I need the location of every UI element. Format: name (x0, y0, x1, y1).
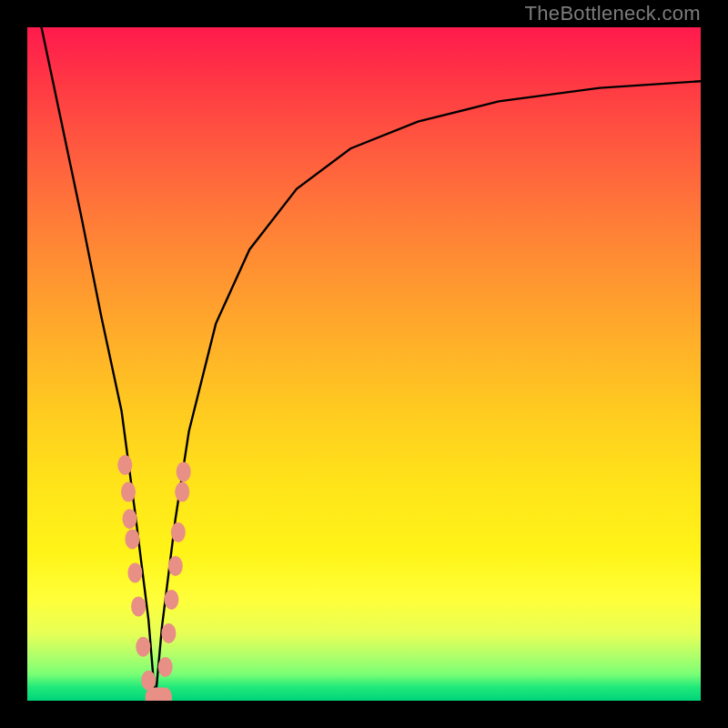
sample-point (164, 590, 178, 610)
sample-point (175, 482, 189, 502)
sample-point (136, 637, 150, 657)
chart-frame: TheBottleneck.com (0, 0, 728, 728)
sample-point (131, 596, 146, 616)
sample-point (177, 461, 191, 481)
sample-point (161, 623, 176, 643)
sample-point (125, 529, 139, 549)
sample-point (171, 522, 186, 542)
sample-points (117, 455, 190, 701)
bottleneck-curve (27, 27, 701, 701)
sample-point (117, 455, 132, 475)
sample-point (168, 556, 183, 576)
sample-point (127, 562, 142, 582)
sample-point (158, 657, 173, 677)
watermark-text: TheBottleneck.com (525, 2, 701, 25)
sample-point (123, 509, 137, 529)
plot-area (27, 27, 701, 701)
sample-point (121, 482, 136, 502)
curve-layer (27, 27, 701, 701)
